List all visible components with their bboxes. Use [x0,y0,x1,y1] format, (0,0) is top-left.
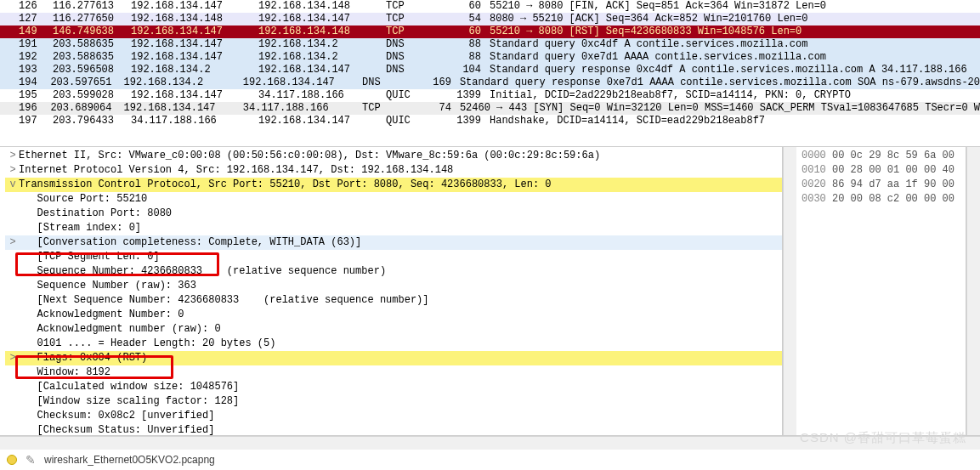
detail-line[interactable]: vTransmission Control Protocol, Src Port… [5,178,783,192]
hex-dump[interactable]: 000000 0c 29 8c 59 6a 00001000 28 00 01 … [796,147,966,435]
hex-line[interactable]: 002086 94 d7 aa 1f 90 00 [802,178,960,192]
detail-line: Source Port: 55210 [5,192,783,207]
detail-line: Sequence Number: 4236680833 (relative se… [5,264,783,279]
packet-row[interactable]: 194203.597651192.168.134.2192.168.134.14… [0,76,980,89]
packet-row[interactable]: 195203.599028192.168.134.14734.117.188.1… [0,89,980,102]
packet-details[interactable]: >Ethernet II, Src: VMware_c0:00:08 (00:5… [0,147,783,435]
hex-line[interactable]: 001000 28 00 01 00 00 40 [802,163,960,178]
scrollbar-vertical[interactable] [783,147,796,435]
detail-line: 0101 .... = Header Length: 20 bytes (5) [5,337,783,351]
packet-row[interactable]: 127116.277650192.168.134.148192.168.134.… [0,13,980,25]
detail-line: [TCP Segment Len: 0] [5,250,783,264]
detail-line[interactable]: > [Conversation completeness: Complete, … [5,235,783,250]
detail-line: Acknowledgment Number: 0 [5,308,783,322]
detail-line[interactable]: >Internet Protocol Version 4, Src: 192.1… [5,163,783,178]
statusbar: ✎ wireshark_Ethernet0O5KVO2.pcapng [0,450,980,470]
tools-icon[interactable]: ✎ [25,453,36,467]
status-indicator-icon [7,455,17,465]
detail-line: Sequence Number (raw): 363 [5,279,783,293]
packet-row[interactable]: 192203.588635192.168.134.147192.168.134.… [0,51,980,64]
detail-line: [Calculated window size: 1048576] [5,380,783,394]
hex-scrollbar[interactable] [966,147,980,435]
scrollbar-horizontal[interactable] [0,436,980,450]
hex-line[interactable]: 003020 00 08 c2 00 00 00 [802,192,960,207]
detail-line[interactable]: >Ethernet II, Src: VMware_c0:00:08 (00:5… [5,149,783,163]
detail-line: [Stream index: 0] [5,221,783,235]
capture-file-name: wireshark_Ethernet0O5KVO2.pcapng [44,454,215,466]
detail-line: Destination Port: 8080 [5,207,783,221]
detail-line: [Next Sequence Number: 4236680833 (relat… [5,293,783,308]
detail-line[interactable]: > Flags: 0x004 (RST) [5,351,783,365]
packet-row[interactable]: 191203.588635192.168.134.147192.168.134.… [0,38,980,51]
detail-line: [Window size scaling factor: 128] [5,394,783,409]
packet-row[interactable]: 149146.749638192.168.134.147192.168.134.… [0,25,980,38]
packet-row[interactable]: 193203.596508192.168.134.2192.168.134.14… [0,64,980,76]
packet-row[interactable]: 126116.277613192.168.134.147192.168.134.… [0,0,980,13]
packet-row[interactable]: 196203.689064192.168.134.14734.117.188.1… [0,102,980,115]
detail-line: Window: 8192 [5,365,783,380]
hex-line[interactable]: 000000 0c 29 8c 59 6a 00 [802,149,960,163]
detail-line: [Checksum Status: Unverified] [5,423,783,435]
detail-line: Acknowledgment number (raw): 0 [5,322,783,337]
packet-list[interactable]: 126116.277613192.168.134.147192.168.134.… [0,0,980,147]
detail-line: Checksum: 0x08c2 [unverified] [5,409,783,423]
packet-row[interactable]: 197203.79643334.117.188.166192.168.134.1… [0,115,980,127]
